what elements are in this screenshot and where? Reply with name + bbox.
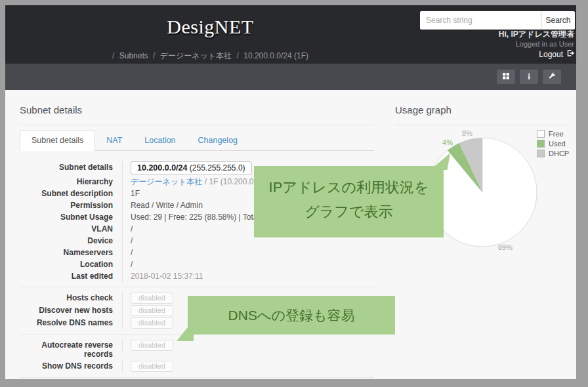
info-button[interactable]: i <box>520 70 538 84</box>
modules-grid-button[interactable] <box>497 70 515 84</box>
legend-swatch-used <box>537 140 545 148</box>
row-label: Hosts check <box>20 292 122 304</box>
annotation-usage-callout: IPアドレスの利用状況を グラフで表示 <box>254 166 444 237</box>
breadcrumb-separator: / <box>153 51 155 60</box>
info-icon: i <box>528 71 530 82</box>
breadcrumb-separator: / <box>237 51 239 60</box>
breadcrumb-separator: / <box>112 51 114 60</box>
app-title: DesigNET <box>5 16 415 38</box>
annotation-text-line2: グラフで表示 <box>254 199 444 224</box>
legend-label: Used <box>549 140 566 148</box>
breadcrumb: / Subnets / デージーネット本社 / 10.200.0.0/24 (1… <box>5 51 415 62</box>
app-header: DesigNET / Subnets / デージーネット本社 / 10.200.… <box>5 5 576 64</box>
row-value: 2018-01-02 15:37:11 <box>122 270 374 282</box>
legend-swatch-free <box>537 130 545 138</box>
tab-location[interactable]: Location <box>133 131 186 150</box>
logout-link[interactable]: Logout <box>499 49 574 60</box>
row-value: disabled <box>122 360 374 373</box>
annotation-text: DNSへの登録も容易 <box>228 308 355 323</box>
legend-label: DHCP <box>549 150 569 157</box>
legend-item-dhcp: DHCP <box>537 150 569 157</box>
logout-icon <box>566 49 574 60</box>
status-badge: disabled <box>131 340 173 351</box>
legend-swatch-dhcp <box>537 150 545 157</box>
table-row-last-edited: Last edited 2018-01-02 15:37:11 <box>20 270 374 282</box>
subnet-mask: (255.255.255.0) <box>190 163 245 173</box>
tab-nat[interactable]: NAT <box>95 131 133 150</box>
pie-label-used: 4% <box>442 138 453 146</box>
row-value: / <box>122 247 374 258</box>
row-label: VLAN <box>20 223 122 235</box>
section-divider <box>20 377 374 378</box>
search-input[interactable] <box>420 11 541 30</box>
pie-label-dhcp: 8% <box>462 129 472 137</box>
user-greeting: Hi, IPアドレス管理者 <box>499 30 574 39</box>
row-value: / <box>122 258 374 270</box>
breadcrumb-current-subnet: 10.200.0.0/24 (1F) <box>243 51 308 60</box>
subnet-cidr: 10.200.0.0/24 <box>137 163 187 173</box>
row-label: Show DNS records <box>20 360 122 372</box>
subnet-details-panel: Subnet details Subnet details NAT Locati… <box>20 104 374 379</box>
usage-graph-panel: Usage graph <box>395 104 571 125</box>
toolbar-buttons: i <box>497 70 561 84</box>
user-block: Hi, IPアドレス管理者 Logged in as User Logout <box>499 30 574 60</box>
tab-subnet-details[interactable]: Subnet details <box>20 130 95 151</box>
wrench-icon <box>548 72 556 82</box>
legend-item-free: Free <box>537 130 569 138</box>
subnet-cidr-box: 10.200.0.0/24 (255.255.255.0) <box>131 161 252 174</box>
legend-item-used: Used <box>537 140 569 148</box>
row-label: Autocreate reverse records <box>20 339 122 360</box>
table-row-location: Location / <box>20 258 374 270</box>
logout-label: Logout <box>539 49 563 60</box>
usage-graph-heading: Usage graph <box>395 104 571 125</box>
search-group: Search <box>420 11 575 30</box>
row-label: Subnet description <box>20 188 122 199</box>
breadcrumb-section[interactable]: デージーネット本社 <box>160 51 232 60</box>
search-button[interactable]: Search <box>541 11 575 30</box>
row-label: Discover new hosts <box>20 304 122 316</box>
table-row-nameservers: Nameservers / <box>20 247 374 258</box>
annotation-dns-callout: DNSへの登録も容易 <box>188 296 395 335</box>
pie-label-free: 89% <box>498 243 513 251</box>
grid-icon <box>502 72 510 82</box>
status-badge: disabled <box>131 293 173 304</box>
row-label: Last edited <box>20 270 122 282</box>
subnet-tabs: Subnet details NAT Location Changelog <box>20 130 374 151</box>
row-label: Subnet Usage <box>20 211 122 223</box>
table-row-show-dns: Show DNS records disabled <box>20 360 374 373</box>
row-label: Nameservers <box>20 247 122 258</box>
pie-slice-free <box>428 138 537 247</box>
status-badge: disabled <box>131 361 173 372</box>
breadcrumb-subnets[interactable]: Subnets <box>119 51 148 60</box>
app-window: DesigNET / Subnets / デージーネット本社 / 10.200.… <box>5 5 576 379</box>
toolbar: i <box>5 64 576 90</box>
status-badge: disabled <box>131 305 173 316</box>
row-label: Hierarchy <box>20 176 122 188</box>
row-value: disabled <box>122 339 374 352</box>
panel-heading: Subnet details <box>20 104 374 125</box>
status-badge: disabled <box>131 317 173 329</box>
hierarchy-root-link[interactable]: デージーネット本社 <box>131 177 202 186</box>
row-label: Permission <box>20 199 122 211</box>
tools-button[interactable] <box>543 70 561 84</box>
pie-legend: Free Used DHCP <box>537 130 569 159</box>
table-row-autocreate-reverse: Autocreate reverse records disabled <box>20 339 374 360</box>
legend-label: Free <box>549 130 564 138</box>
row-label: Resolve DNS names <box>20 317 122 329</box>
tab-changelog[interactable]: Changelog <box>187 131 249 150</box>
logged-in-as: Logged in as User <box>499 39 574 49</box>
annotation-text-line1: IPアドレスの利用状況を <box>254 175 444 199</box>
section-divider <box>20 287 374 287</box>
row-label: Subnet details <box>20 161 122 173</box>
row-label: Device <box>20 235 122 247</box>
row-label: Location <box>20 258 122 270</box>
